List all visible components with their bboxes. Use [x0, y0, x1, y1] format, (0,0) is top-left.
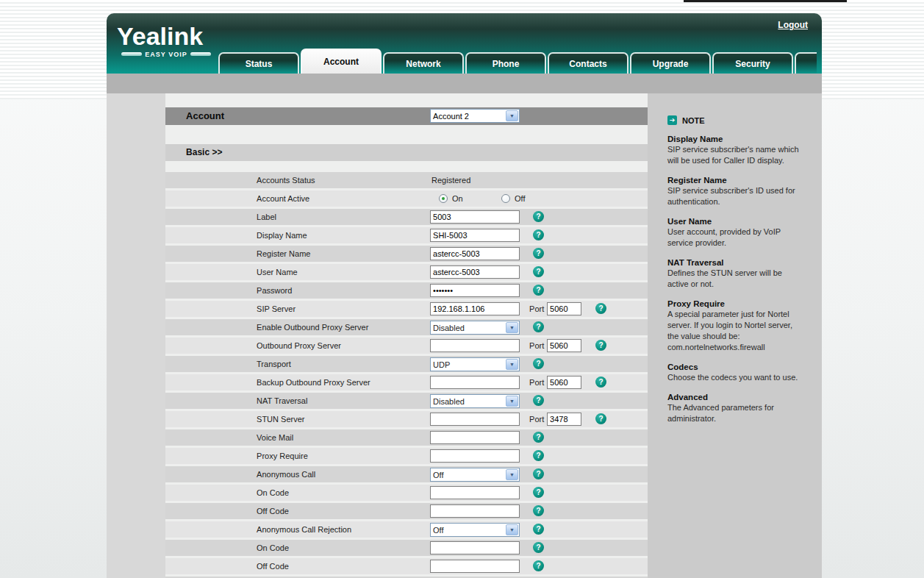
port-label: Port	[529, 378, 544, 387]
tab-phone[interactable]: Phone	[465, 52, 546, 74]
radio-dot	[442, 197, 445, 200]
help-icon[interactable]: ?	[533, 432, 544, 443]
help-icon[interactable]: ?	[533, 560, 544, 571]
tab-status[interactable]: Status	[218, 52, 299, 74]
proxy-require-field[interactable]	[430, 449, 520, 463]
chevron-down-icon[interactable]: ▼	[506, 469, 518, 480]
outbound-proxy-server-field[interactable]	[430, 339, 520, 352]
nav-tabs: StatusAccountNetworkPhoneContactsUpgrade…	[218, 49, 817, 74]
tab-upgrade[interactable]: Upgrade	[630, 52, 711, 74]
help-icon[interactable]: ?	[533, 468, 544, 479]
row-sip-server: SIP ServerPort?	[165, 301, 648, 317]
help-icon[interactable]: ?	[533, 542, 544, 553]
select-value: Disabled	[431, 397, 506, 406]
help-icon[interactable]: ?	[533, 229, 544, 240]
help-icon[interactable]: ?	[533, 266, 544, 277]
anonymous-call-select[interactable]: Off▼	[430, 468, 520, 482]
note-item-heading: Display Name	[667, 135, 804, 143]
tab-security[interactable]: Security	[712, 52, 793, 74]
help-icon[interactable]: ?	[533, 487, 544, 498]
off-code-field[interactable]	[430, 560, 520, 573]
sip-server-port-field[interactable]	[547, 302, 581, 315]
note-item-heading: Proxy Require	[667, 299, 804, 308]
row-label: Anonymous Call Rejection	[257, 525, 351, 534]
note-item-body: The Advanced parameters for administrato…	[667, 402, 804, 424]
note-arrow-icon: ➔	[667, 115, 677, 125]
help-icon[interactable]: ?	[533, 248, 544, 259]
outbound-proxy-server-port-field[interactable]	[547, 339, 581, 352]
help-icon[interactable]: ?	[595, 413, 606, 424]
tab-contacts[interactable]: Contacts	[548, 52, 628, 74]
radio-account-active-on[interactable]	[439, 194, 448, 203]
help-icon[interactable]: ?	[533, 450, 544, 461]
password-field[interactable]	[430, 284, 520, 297]
help-icon[interactable]: ?	[533, 211, 544, 222]
help-icon[interactable]: ?	[533, 395, 544, 406]
radio-label: On	[452, 194, 463, 203]
help-icon[interactable]: ?	[595, 377, 606, 388]
nat-traversal-select[interactable]: Disabled▼	[430, 394, 520, 408]
stun-server-field[interactable]	[430, 413, 520, 426]
sip-server-field[interactable]	[430, 302, 520, 315]
note-item-body: A special parameter just for Nortel serv…	[667, 309, 804, 353]
tab-account[interactable]: Account	[301, 49, 382, 74]
tab-stub	[795, 52, 817, 74]
left-margin-strip	[107, 93, 165, 578]
backup-outbound-proxy-server-port-field[interactable]	[547, 376, 581, 389]
off-code-field[interactable]	[430, 504, 520, 518]
chevron-down-icon[interactable]: ▼	[506, 359, 518, 370]
row-label: Off Code	[257, 562, 289, 571]
note-item-heading: User Name	[667, 217, 804, 226]
note-header: ➔ NOTE	[667, 115, 804, 125]
anonymous-call-rejection-select[interactable]: Off▼	[430, 523, 520, 537]
tab-label: Phone	[493, 59, 520, 69]
on-code-field[interactable]	[430, 541, 520, 554]
chevron-down-icon[interactable]: ▼	[506, 322, 518, 333]
note-item-codecs: CodecsChoose the codecs you want to use.	[667, 363, 804, 383]
help-icon[interactable]: ?	[595, 303, 606, 314]
help-icon[interactable]: ?	[533, 358, 544, 369]
tab-network[interactable]: Network	[383, 52, 464, 74]
help-icon[interactable]: ?	[533, 524, 544, 535]
basic-section-bar[interactable]: Basic >>	[165, 144, 648, 161]
note-item-body: Choose the codecs you want to use.	[667, 372, 804, 383]
row-label: SIP Server	[257, 304, 296, 313]
note-item-proxy-require: Proxy RequireA special parameter just fo…	[667, 299, 804, 353]
enable-outbound-proxy-server-select[interactable]: Disabled▼	[430, 321, 520, 335]
register-name-field[interactable]	[430, 247, 520, 260]
logout-link[interactable]: Logout	[778, 20, 808, 30]
tab-label: Upgrade	[653, 59, 689, 69]
backup-outbound-proxy-server-field[interactable]	[430, 376, 520, 389]
row-on-code: On Code?	[165, 540, 648, 556]
help-icon[interactable]: ?	[533, 285, 544, 296]
row-accounts-status: Accounts StatusRegistered	[165, 172, 648, 188]
row-user-name: User Name?	[165, 264, 648, 280]
chevron-down-icon[interactable]: ▼	[506, 110, 518, 121]
select-value: Off	[431, 526, 506, 535]
tab-label: Security	[735, 59, 770, 69]
on-code-field[interactable]	[430, 486, 520, 499]
voice-mail-field[interactable]	[430, 431, 520, 444]
label-field[interactable]	[430, 210, 520, 224]
basic-section-title: Basic >>	[186, 147, 222, 157]
help-icon[interactable]: ?	[595, 340, 606, 351]
chevron-down-icon[interactable]: ▼	[506, 524, 518, 535]
row-nat-traversal: NAT TraversalDisabled▼?	[165, 393, 648, 409]
select-value: Off	[431, 471, 506, 479]
row-label: STUN Server	[257, 415, 304, 424]
stun-server-port-field[interactable]	[547, 413, 581, 426]
port-label: Port	[529, 304, 544, 313]
content-column: Account Account 2 ▼ Basic >> Accounts St…	[165, 93, 648, 578]
help-icon[interactable]: ?	[533, 321, 544, 332]
display-name-field[interactable]	[430, 229, 520, 242]
help-icon[interactable]: ?	[533, 505, 544, 516]
user-name-field[interactable]	[430, 265, 520, 279]
account-select[interactable]: Account 2 ▼	[430, 109, 520, 123]
radio-account-active-off[interactable]	[501, 194, 510, 203]
row-label: Enable Outbound Proxy Server	[257, 323, 368, 332]
note-item-heading: NAT Traversal	[667, 258, 804, 267]
chevron-down-icon[interactable]: ▼	[506, 396, 518, 407]
note-item-body: User account, provided by VoIP service p…	[667, 226, 804, 249]
transport-select[interactable]: UDP▼	[430, 357, 520, 371]
tagline-text: EASY VOIP	[142, 51, 190, 58]
